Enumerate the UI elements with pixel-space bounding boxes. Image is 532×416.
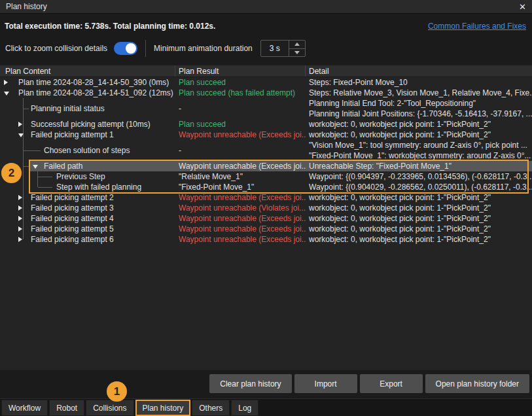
failed-path-highlight-box bbox=[29, 160, 529, 194]
row-content-label: Failed picking attempt 1 bbox=[0, 130, 114, 139]
expander-collapsed-icon[interactable] bbox=[18, 205, 22, 211]
export-button[interactable]: Export bbox=[360, 374, 423, 393]
plan-history-table: Plan Content Plan Result Detail Plan tim… bbox=[0, 65, 532, 370]
duration-value[interactable]: 3 s bbox=[261, 41, 289, 56]
table-row[interactable]: Plan time 2024-08-28_14-14-50_390 (0ms)P… bbox=[0, 77, 532, 88]
plan-result-cell: Plan succeed bbox=[175, 119, 306, 130]
arrow-up-icon bbox=[294, 43, 300, 46]
step-badge-1: 1 bbox=[107, 381, 127, 402]
row-content-label: Successful picking attempt (10ms) bbox=[0, 120, 151, 129]
tab-others[interactable]: Others bbox=[192, 400, 230, 416]
plan-content-cell: Failed picking attempt 4 bbox=[0, 213, 175, 224]
row-content-label: Failed picking attempt 2 bbox=[0, 193, 114, 202]
expander-collapsed-icon[interactable] bbox=[18, 216, 22, 221]
row-content-label: Failed picking attempt 3 bbox=[0, 203, 114, 213]
detail-line: Steps: Fixed-Point Move_10 bbox=[309, 77, 532, 88]
detail-line: "Vision Move_1": tool symmetry: around Z… bbox=[309, 140, 532, 150]
window-title: Plan history bbox=[6, 2, 47, 11]
spin-down-button[interactable] bbox=[289, 49, 305, 57]
plan-content-cell: Chosen solution of steps bbox=[0, 140, 175, 161]
plan-result-cell: - bbox=[175, 140, 306, 161]
table-row[interactable]: Successful picking attempt (10ms)Plan su… bbox=[0, 119, 532, 130]
table-row[interactable]: Failed picking attempt 3Waypoint unreach… bbox=[0, 203, 532, 213]
open-plan-history-folder-button[interactable]: Open plan history folder bbox=[425, 374, 529, 393]
tab-log[interactable]: Log bbox=[231, 400, 258, 416]
table-row[interactable]: Failed picking attempt 6Waypoint unreach… bbox=[0, 234, 532, 245]
titlebar: Plan history ✕ bbox=[0, 0, 532, 14]
plan-content-cell: Failed picking attempt 2 bbox=[0, 192, 175, 203]
spinbox-arrows bbox=[289, 41, 305, 56]
expander-expanded-icon[interactable] bbox=[18, 133, 24, 137]
detail-line: Steps: Relative Move_3, Vision Move_1, R… bbox=[309, 88, 532, 98]
detail-line: Planning Initial End Tool: 2-"Tool_Repos… bbox=[309, 98, 532, 109]
plan-content-cell: Failed picking attempt 1 bbox=[0, 130, 175, 140]
detail-cell: workobject: 0, workobject pick point: 1-… bbox=[306, 234, 532, 245]
detail-cell: Steps: Fixed-Point Move_10 bbox=[306, 77, 532, 88]
expander-collapsed-icon[interactable] bbox=[4, 80, 8, 85]
common-failures-link[interactable]: Common Failures and Fixes bbox=[428, 22, 526, 31]
plan-result-cell: Waypoint unreachable (Exceeds joi... bbox=[175, 192, 306, 203]
plan-result-cell: Waypoint unreachable (Exceeds joi... bbox=[175, 130, 306, 140]
execution-time-summary: Total execution time: 5.738s. Total plan… bbox=[5, 22, 215, 31]
animation-duration-label: Minimum animation duration bbox=[154, 44, 253, 53]
table-row[interactable]: Chosen solution of steps-"Vision Move_1"… bbox=[0, 140, 532, 161]
row-content-label: Chosen solution of steps bbox=[0, 146, 130, 155]
clear-plan-history-button[interactable]: Clear plan history bbox=[209, 374, 291, 393]
plan-content-cell: Plan time 2024-08-28_14-14-50_390 (0ms) bbox=[0, 77, 175, 88]
step-badge-2: 2 bbox=[1, 163, 22, 183]
tab-collisions[interactable]: Collisions bbox=[86, 400, 133, 416]
plan-result-cell: Waypoint unreachable (Exceeds joi... bbox=[175, 213, 306, 224]
table-row[interactable]: Failed picking attempt 4Waypoint unreach… bbox=[0, 213, 532, 224]
summary-row: Total execution time: 5.738s. Total plan… bbox=[0, 14, 532, 32]
plan-content-cell: Successful picking attempt (10ms) bbox=[0, 119, 175, 130]
controls-row: Click to zoom collision details Minimum … bbox=[0, 36, 532, 61]
detail-cell: "Vision Move_1": tool symmetry: around Z… bbox=[306, 140, 532, 161]
expander-collapsed-icon[interactable] bbox=[18, 122, 22, 127]
table-row[interactable]: Failed picking attempt 2Waypoint unreach… bbox=[0, 192, 532, 203]
plan-result-cell: - bbox=[175, 98, 306, 119]
collision-zoom-toggle[interactable] bbox=[114, 42, 137, 55]
detail-cell: workobject: 0, workobject pick point: 1-… bbox=[306, 119, 532, 130]
tab-workflow[interactable]: Workflow bbox=[1, 400, 48, 416]
plan-history-panel: Plan history ✕ Total execution time: 5.7… bbox=[0, 0, 532, 416]
plan-result-cell: Waypoint unreachable (Violates joi... bbox=[175, 203, 306, 213]
tab-robot[interactable]: Robot bbox=[49, 400, 84, 416]
row-content-label: Planning initial status bbox=[0, 104, 105, 113]
detail-cell: Steps: Relative Move_3, Vision Move_1, R… bbox=[306, 88, 532, 98]
detail-cell: workobject: 0, workobject pick point: 1-… bbox=[306, 224, 532, 234]
expander-collapsed-icon[interactable] bbox=[18, 195, 22, 200]
row-content-label: Failed picking attempt 6 bbox=[0, 235, 114, 244]
plan-content-cell: Failed picking attempt 6 bbox=[0, 234, 175, 245]
detail-line: workobject: 0, workobject pick point: 1-… bbox=[309, 213, 532, 224]
detail-line: Planning Initial Joint Positions: {-1.70… bbox=[309, 109, 532, 119]
detail-line: workobject: 0, workobject pick point: 1-… bbox=[309, 192, 532, 203]
expander-collapsed-icon[interactable] bbox=[18, 237, 22, 242]
table-row[interactable]: Plan time 2024-08-28_14-14-51_092 (12ms)… bbox=[0, 88, 532, 98]
detail-cell: Planning Initial End Tool: 2-"Tool_Repos… bbox=[306, 98, 532, 119]
spin-up-button[interactable] bbox=[289, 41, 305, 49]
plan-result-cell: Plan succeed bbox=[175, 77, 306, 88]
row-content-label: Failed picking attempt 4 bbox=[0, 214, 114, 223]
expander-expanded-icon[interactable] bbox=[4, 92, 9, 95]
tab-plan-history[interactable]: Plan history bbox=[135, 400, 191, 416]
expander-collapsed-icon[interactable] bbox=[18, 226, 22, 232]
table-row[interactable]: Planning initial status-Planning Initial… bbox=[0, 98, 532, 119]
plan-content-cell: Failed picking attempt 3 bbox=[0, 203, 175, 213]
detail-line: workobject: 0, workobject pick point: 1-… bbox=[309, 203, 532, 213]
import-button[interactable]: Import bbox=[294, 374, 357, 393]
vertical-divider bbox=[145, 40, 146, 57]
plan-result-cell: Waypoint unreachable (Exceeds joi... bbox=[175, 234, 306, 245]
detail-line: workobject: 0, workobject pick point: 1-… bbox=[309, 234, 532, 245]
duration-spinbox[interactable]: 3 s bbox=[260, 40, 306, 57]
arrow-down-icon bbox=[294, 51, 300, 54]
plan-result-cell: Plan succeed (has failed attempt) bbox=[175, 88, 306, 98]
zoom-collision-label: Click to zoom collision details bbox=[5, 44, 107, 53]
detail-cell: workobject: 0, workobject pick point: 1-… bbox=[306, 203, 532, 213]
toggle-knob-icon bbox=[126, 43, 136, 54]
table-row[interactable]: Failed picking attempt 1Waypoint unreach… bbox=[0, 130, 532, 140]
row-content-label: Plan time 2024-08-28_14-14-51_092 (12ms) bbox=[0, 88, 173, 97]
close-icon[interactable]: ✕ bbox=[519, 3, 526, 11]
detail-line: workobject: 0, workobject pick point: 1-… bbox=[309, 224, 532, 234]
table-row[interactable]: Failed picking attempt 5Waypoint unreach… bbox=[0, 224, 532, 234]
detail-cell: workobject: 0, workobject pick point: 1-… bbox=[306, 213, 532, 224]
